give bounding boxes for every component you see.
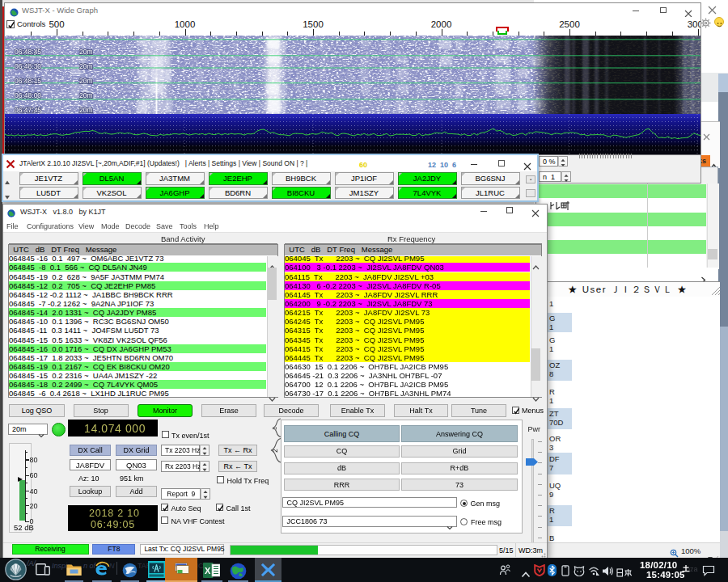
svg-text:20m: 20m [79, 62, 93, 70]
svg-text:1: 1 [271, 427, 278, 430]
svg-text:20m: 20m [79, 106, 93, 114]
svg-text:06:48:30: 06:48:30 [15, 62, 41, 70]
svg-text:06:47:45: 06:47:45 [15, 106, 41, 114]
svg-text:20m: 20m [79, 77, 93, 85]
svg-text:06:48:00: 06:48:00 [15, 91, 41, 99]
svg-text:20m: 20m [79, 48, 93, 56]
svg-text:06:48:15: 06:48:15 [15, 77, 41, 85]
svg-text:20m: 20m [79, 91, 93, 99]
svg-text:X: X [205, 566, 211, 576]
svg-text:06:48:45: 06:48:45 [15, 48, 41, 56]
svg-text:2: 2 [271, 449, 279, 453]
